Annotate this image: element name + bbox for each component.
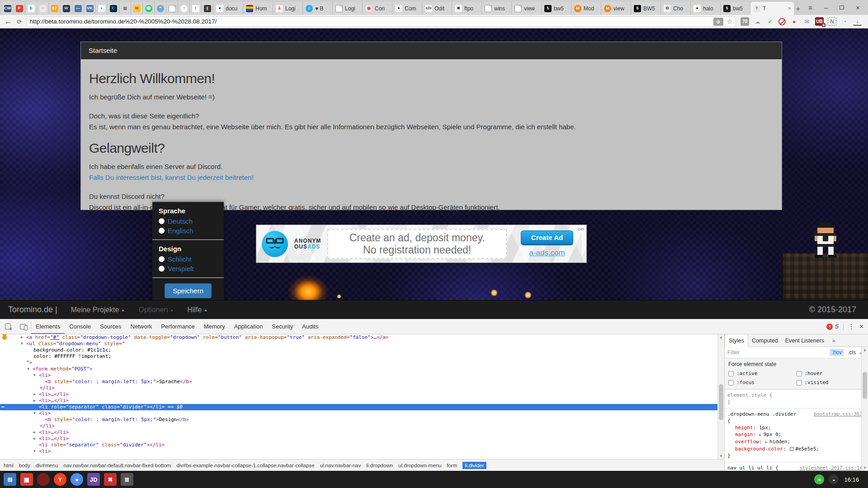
tab-bw5a[interactable]: 5bw5 <box>542 2 571 15</box>
url-text[interactable]: http://beta.toromino.de/toromino.de%20-%… <box>30 18 710 25</box>
devtools-close-icon[interactable]: × <box>859 323 863 331</box>
navbar-brand[interactable]: Toromino.de | <box>0 305 64 314</box>
rule-selector[interactable]: element.style { <box>727 392 865 399</box>
breadcrumb-li.dropdown[interactable]: li.dropdown <box>366 463 393 468</box>
breadcrumb-div#menu[interactable]: div#menu <box>36 463 58 468</box>
elements-tree-node[interactable]: ▶<li>…</li> <box>0 436 724 442</box>
devtools-tab-audits[interactable]: Audits <box>297 319 323 334</box>
window-restore-icon[interactable] <box>840 5 844 9</box>
elements-tree-node[interactable]: "> <box>0 360 724 366</box>
address-bar[interactable]: http://beta.toromino.de/toromino.de%20-%… <box>27 16 736 27</box>
tab-halo[interactable]: ●halo <box>691 2 721 15</box>
taskbar-chromium[interactable]: ● <box>71 473 83 486</box>
force-state-hover[interactable]: :hover <box>797 371 865 376</box>
tab-odit[interactable]: </>Odit <box>422 2 452 15</box>
elements-tree-node[interactable]: ⋯<li role="separator" class="divider"></… <box>0 404 724 410</box>
tab-con[interactable]: ◉Con <box>363 2 392 15</box>
styles-tab-computed[interactable]: Computed <box>748 334 782 347</box>
breadcrumb-nav.navbar.navbar-default.navbar-fixed-bottom[interactable]: nav.navbar.navbar-default.navbar-fixed-b… <box>64 463 171 468</box>
scroll-down-icon[interactable]: ▼ <box>863 466 867 470</box>
tab-wallet[interactable]: ▮ <box>202 2 213 15</box>
force-state-visited[interactable]: :visited <box>797 380 865 385</box>
force-state-focus[interactable]: :focus <box>728 380 797 385</box>
taskbar-red-app[interactable]: ▣ <box>20 473 33 486</box>
tab-vk[interactable]: VK <box>84 2 96 15</box>
devtools-menu-icon[interactable]: ⋮ <box>848 323 855 331</box>
expand-arrow-icon[interactable]: ▼ <box>33 372 36 379</box>
taskbar-darkred-circle[interactable] <box>37 473 50 486</box>
tab-mail[interactable]: ✉ <box>131 2 143 15</box>
tab-swirl[interactable]: ◔ <box>178 2 190 15</box>
ext-bug[interactable]: ● <box>790 17 798 26</box>
breadcrumb-html[interactable]: html <box>4 463 14 468</box>
expand-arrow-icon[interactable]: ▼ <box>27 366 29 372</box>
ext-blocker[interactable] <box>778 18 786 25</box>
styles-tab-event-listeners[interactable]: Event Listeners <box>782 334 828 347</box>
device-toolbar-icon[interactable] <box>15 319 31 334</box>
tab-view2[interactable]: Mview <box>601 2 631 15</box>
breadcrumb-ul.nav.navbar-nav[interactable]: ul.nav.navbar-nav <box>320 463 361 468</box>
elements-tree-node[interactable]: color: #FFFFFF !important; <box>0 353 724 360</box>
create-ad-button[interactable]: Create Ad <box>521 230 573 245</box>
elements-tree-node[interactable]: background-color: #1c1c1c; <box>0 347 724 353</box>
force-state-active[interactable]: :active <box>728 371 797 376</box>
new-tab-button[interactable]: + <box>796 3 800 15</box>
tab-smiley[interactable]: ☺♥ B <box>303 2 333 15</box>
tab-c[interactable]: C <box>108 2 119 15</box>
tab-view1[interactable]: view <box>512 2 542 15</box>
elements-tree-node[interactable]: ▶<li>…</li> <box>0 429 724 436</box>
stylesheet-link[interactable]: stylesheet-2017.css:145 <box>800 465 865 471</box>
color-swatch-icon[interactable] <box>790 447 794 451</box>
css-property[interactable]: height: 1px; <box>727 424 865 431</box>
tab-wave[interactable]: ◗ <box>96 2 108 15</box>
expand-arrow-icon[interactable]: ▶ <box>21 334 23 341</box>
expand-arrow-icon[interactable]: ▶ <box>759 433 764 437</box>
translate-icon[interactable]: ⊕ <box>713 18 723 26</box>
scrollbar-thumb[interactable] <box>863 372 867 399</box>
elements-tree-node[interactable]: </li> <box>0 423 724 429</box>
elements-tree-node[interactable]: <li role="separator" class="divider"></l… <box>0 442 724 448</box>
elements-tree-node[interactable]: ▶<li>…</li> <box>0 398 724 404</box>
tab-wins[interactable]: wins <box>482 2 512 15</box>
styles-tabs-overflow-icon[interactable]: » <box>829 334 839 347</box>
elements-tree-node[interactable]: ▼<form method="POST"> <box>0 366 724 372</box>
ext-n[interactable]: N <box>828 17 836 26</box>
dropdown-option-deutsch[interactable]: Deutsch <box>152 216 224 226</box>
window-menu-icon[interactable]: ≡ <box>808 4 812 11</box>
breadcrumb-li.divider[interactable]: li.divider <box>462 462 486 469</box>
checkbox-icon[interactable] <box>728 371 734 376</box>
styles-filter-input[interactable]: Filter <box>727 349 826 356</box>
ad-banner[interactable]: ANONYM OUSADS Create an ad, deposit mone… <box>256 225 587 263</box>
devtools-tab-console[interactable]: Console <box>65 319 95 334</box>
tab-p[interactable]: P <box>14 2 25 15</box>
navbar-item-meine-projekte[interactable]: Meine Projekte▴ <box>64 300 132 319</box>
ext-swirl[interactable]: ◔ <box>840 17 849 26</box>
breadcrumb-form[interactable]: form <box>447 463 457 468</box>
expand-arrow-icon[interactable]: ▶ <box>765 440 769 444</box>
taskbar-yandex[interactable]: Y <box>54 473 66 486</box>
styles-scrollbar[interactable]: ▲ ▼ <box>861 347 868 471</box>
stylesheet-link[interactable]: bootstrap.css:3533 <box>814 411 865 418</box>
reload-button[interactable]: ⟳ <box>17 18 22 25</box>
tray-green[interactable]: ● <box>814 474 824 484</box>
ext-shield-70[interactable]: 70 <box>741 17 749 26</box>
tab-com[interactable]: ●Com <box>392 2 422 15</box>
discord-join-link[interactable]: Falls Du interessiert bist, kannst Du je… <box>89 174 254 181</box>
tab-whatsapp[interactable]: ☎ <box>143 2 155 15</box>
elements-scrollbar[interactable]: ▲ ▼ <box>717 334 724 459</box>
expand-arrow-icon[interactable]: ▶ <box>33 398 36 404</box>
tray-power[interactable]: ◒ <box>829 474 839 484</box>
console-error-badge[interactable]: × 5 <box>826 323 838 330</box>
ext-cloud[interactable]: ☁ <box>753 17 762 26</box>
tab-mod[interactable]: MMod <box>571 2 601 15</box>
tab-twitter[interactable]: t <box>190 2 202 15</box>
checkbox-icon[interactable] <box>797 380 802 385</box>
css-property[interactable]: overflow: ▶ hidden; <box>727 438 865 446</box>
bookmark-star-icon[interactable]: ☆ <box>727 18 733 26</box>
elements-tree-node[interactable]: </li> <box>0 385 724 391</box>
tab-close-icon[interactable]: × <box>788 5 791 12</box>
elements-tree-node[interactable]: ▼<li> <box>0 448 724 455</box>
taskbar-files[interactable]: ⊞ <box>4 473 16 486</box>
tab-dove[interactable]: ~ <box>37 2 49 15</box>
devtools-tab-memory[interactable]: Memory <box>199 319 230 334</box>
